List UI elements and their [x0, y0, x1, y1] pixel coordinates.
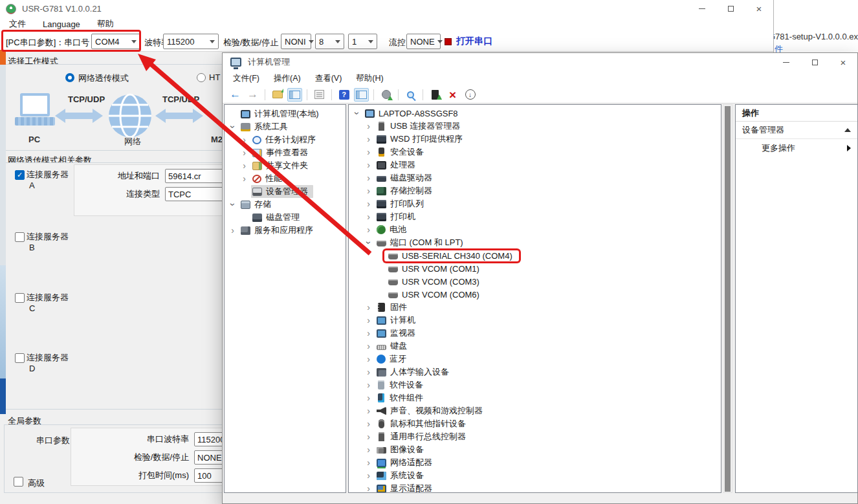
tree-item[interactable]: ›LAPTOP-A8SSGSF8: [349, 107, 721, 120]
cm-close-button[interactable]: ×: [829, 54, 857, 71]
stop-bits-select[interactable]: 1: [348, 34, 377, 49]
scan-hardware-button[interactable]: [379, 88, 393, 102]
chevron-right-icon[interactable]: ›: [364, 342, 373, 351]
tree-item[interactable]: ›图像设备: [349, 443, 721, 456]
tree-item[interactable]: ›磁盘驱动器: [349, 171, 721, 184]
transparent-mode-radio[interactable]: [65, 73, 74, 82]
back-button[interactable]: ←: [228, 88, 243, 102]
tree-item[interactable]: ›存储: [225, 198, 346, 211]
uninstall-device-button[interactable]: ×: [445, 88, 460, 102]
tree-item[interactable]: ›蓝牙: [349, 353, 721, 366]
cm-maximize-button[interactable]: [800, 54, 829, 71]
chevron-right-icon[interactable]: ›: [364, 445, 373, 454]
cm-minimize-button[interactable]: [772, 54, 800, 71]
chevron-right-icon[interactable]: ›: [364, 458, 373, 467]
tree-item[interactable]: ›打印队列: [349, 197, 721, 210]
chevron-right-icon[interactable]: ›: [364, 316, 373, 325]
tree-item[interactable]: ›服务和应用程序: [225, 224, 346, 237]
baud-select[interactable]: 115200: [163, 34, 219, 49]
chevron-right-icon[interactable]: ›: [364, 199, 373, 208]
parity-select[interactable]: NONI: [281, 34, 311, 49]
more-actions-item[interactable]: 更多操作: [736, 139, 857, 157]
tree-item[interactable]: ›打印机: [349, 210, 721, 223]
tree-item[interactable]: ›处理器: [349, 159, 721, 171]
properties-button[interactable]: [312, 88, 327, 102]
tree-item[interactable]: USB-SERIAL CH340 (COM4): [349, 249, 721, 262]
tree-item[interactable]: USR VCOM (COM3): [349, 275, 721, 288]
usr-menu-item[interactable]: 文件: [9, 18, 26, 30]
tree-item[interactable]: 设备管理器: [225, 185, 346, 198]
chevron-right-icon[interactable]: ›: [364, 432, 373, 441]
chevron-right-icon[interactable]: ›: [364, 484, 373, 493]
cm-menu-item[interactable]: 查看(V): [315, 73, 342, 84]
flow-select[interactable]: NONE: [406, 34, 441, 49]
tree-item[interactable]: ›安全设备: [349, 146, 721, 159]
chevron-right-icon[interactable]: ›: [364, 212, 373, 221]
open-serial-button[interactable]: 打开串口: [445, 36, 492, 47]
tree-item[interactable]: ›系统工具: [225, 120, 346, 133]
tree-item[interactable]: ›端口 (COM 和 LPT): [349, 236, 721, 249]
tree-item[interactable]: ›事件查看器: [225, 146, 346, 159]
usr-menu-item[interactable]: 帮助: [97, 18, 114, 30]
tree-item[interactable]: ›WSD 打印提供程序: [349, 133, 721, 146]
tree-item[interactable]: ›声音、视频和游戏控制器: [349, 404, 721, 417]
chevron-right-icon[interactable]: ›: [228, 226, 237, 235]
tree-item[interactable]: ›USB 连接器管理器: [349, 120, 721, 133]
chevron-right-icon[interactable]: ›: [364, 148, 373, 157]
cm-menu-item[interactable]: 文件(F): [233, 73, 259, 84]
chevron-down-icon[interactable]: ›: [364, 239, 373, 247]
server-b-checkbox[interactable]: [15, 232, 25, 242]
chevron-right-icon[interactable]: ›: [364, 419, 373, 428]
chevron-right-icon[interactable]: ›: [364, 406, 373, 415]
tree-item[interactable]: USR VCOM (COM6): [349, 288, 721, 301]
advanced-checkbox[interactable]: [14, 477, 23, 487]
tree-item[interactable]: ›任务计划程序: [225, 133, 346, 146]
server-d-checkbox[interactable]: [15, 353, 25, 363]
forward-button[interactable]: →: [245, 88, 260, 102]
search-button[interactable]: [403, 88, 418, 102]
tree-item[interactable]: ›电池: [349, 223, 721, 236]
usr-maximize-button[interactable]: [716, 0, 745, 17]
usr-menu-item[interactable]: Language: [43, 19, 80, 29]
tree-item[interactable]: ›显示适配器: [349, 482, 721, 493]
data-bits-select[interactable]: 8: [315, 34, 344, 49]
tree-item[interactable]: 计算机管理(本地): [225, 107, 346, 120]
chevron-right-icon[interactable]: ›: [364, 355, 373, 364]
device-tree-scrollbar[interactable]: [723, 104, 732, 493]
tree-item[interactable]: ›监视器: [349, 327, 721, 340]
chevron-right-icon[interactable]: ›: [364, 471, 373, 480]
scan-changes-button[interactable]: ↓: [463, 88, 478, 102]
chevron-down-icon[interactable]: ›: [228, 201, 237, 209]
tree-item[interactable]: ›人体学输入设备: [349, 366, 721, 378]
export-button[interactable]: [270, 88, 285, 102]
tree-item[interactable]: ›计算机: [349, 314, 721, 327]
chevron-right-icon[interactable]: ›: [240, 161, 248, 170]
usr-minimize-button[interactable]: [688, 0, 716, 17]
server-c-checkbox[interactable]: [15, 293, 25, 303]
update-driver-button[interactable]: [428, 88, 443, 102]
scrollbar-thumb[interactable]: [725, 106, 731, 492]
chevron-right-icon[interactable]: ›: [364, 225, 373, 234]
tree-item[interactable]: ›软件组件: [349, 391, 721, 404]
tree-item[interactable]: ›系统设备: [349, 469, 721, 482]
chevron-right-icon[interactable]: ›: [364, 122, 373, 131]
tree-item[interactable]: ›键盘: [349, 340, 721, 353]
chevron-right-icon[interactable]: ›: [240, 135, 248, 144]
cm-menu-item[interactable]: 操作(A): [274, 73, 301, 84]
tree-item[interactable]: USR VCOM (COM1): [349, 262, 721, 275]
chevron-right-icon[interactable]: ›: [364, 160, 373, 170]
chevron-right-icon[interactable]: ›: [240, 148, 248, 157]
chevron-right-icon[interactable]: ›: [364, 380, 373, 389]
tree-item[interactable]: ›网络适配器: [349, 456, 721, 469]
chevron-right-icon[interactable]: ›: [364, 135, 373, 144]
show-console-tree-button[interactable]: [287, 88, 302, 102]
chevron-down-icon[interactable]: ›: [228, 123, 237, 131]
chevron-right-icon[interactable]: ›: [364, 303, 373, 312]
tree-item[interactable]: ›性能: [225, 172, 346, 185]
help-button[interactable]: ?: [336, 88, 351, 102]
tree-item[interactable]: ›软件设备: [349, 378, 721, 391]
cm-menu-item[interactable]: 帮助(H): [356, 73, 383, 84]
tree-item[interactable]: 磁盘管理: [225, 211, 346, 224]
chevron-right-icon[interactable]: ›: [364, 173, 373, 182]
chevron-right-icon[interactable]: ›: [240, 174, 248, 183]
